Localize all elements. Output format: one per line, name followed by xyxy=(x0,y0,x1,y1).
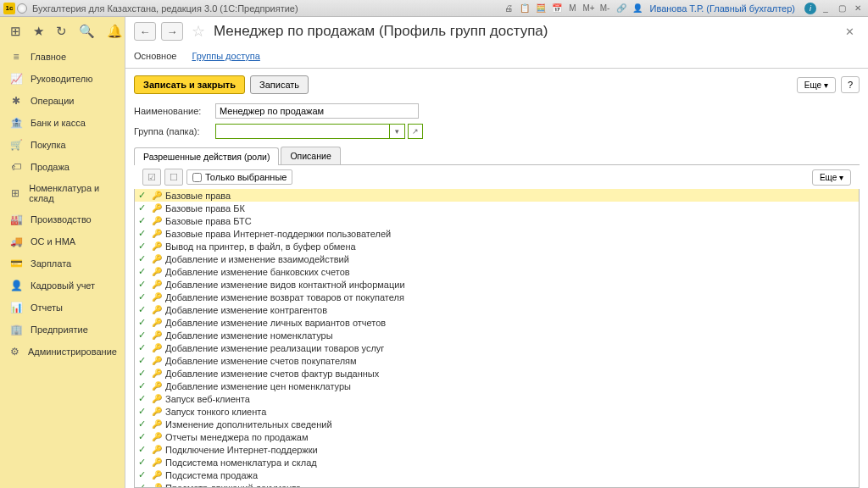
role-row[interactable]: ✓🔑Добавление изменение реализации товаро… xyxy=(135,341,859,354)
bell-icon[interactable]: 🔔 xyxy=(107,24,123,39)
role-row[interactable]: ✓🔑Отчеты менеджера по продажам xyxy=(135,430,859,443)
tool-icon[interactable]: 📋 xyxy=(518,3,531,14)
key-icon: 🔑 xyxy=(152,343,162,352)
role-name: Добавление изменение счетов покупателям xyxy=(165,356,357,366)
key-icon: 🔑 xyxy=(152,254,162,263)
save-and-close-button[interactable]: Записать и закрыть xyxy=(134,75,245,94)
role-name: Добавление изменение счетов фактур выдан… xyxy=(165,369,379,379)
role-row[interactable]: ✓🔑Подсистема номенклатура и склад xyxy=(135,456,859,469)
key-icon: 🔑 xyxy=(152,318,162,327)
tab-groups[interactable]: Группы доступа xyxy=(192,46,259,68)
role-row[interactable]: ✓🔑Добавление изменение номенклатуры xyxy=(135,329,859,341)
more-button[interactable]: Еще ▾ xyxy=(797,77,836,93)
group-input[interactable] xyxy=(215,124,390,139)
group-open-icon[interactable]: ↗ xyxy=(408,124,423,139)
save-button[interactable]: Записать xyxy=(250,75,309,94)
uncheck-all-button[interactable]: ☐ xyxy=(164,169,183,186)
role-row[interactable]: ✓🔑Добавление изменение банковских счетов xyxy=(135,265,859,278)
sidebar-toolbar: ⊞ ★ ↻ 🔍 🔔 xyxy=(0,17,125,46)
roles-more-button[interactable]: Еще ▾ xyxy=(812,169,851,186)
print-icon[interactable]: 🖨 xyxy=(502,3,515,14)
role-row[interactable]: ✓🔑Просмотр движений документа xyxy=(135,481,859,488)
check-icon: ✓ xyxy=(138,380,148,391)
role-row[interactable]: ✓🔑Добавление изменение цен номенклатуры xyxy=(135,380,859,392)
name-input[interactable] xyxy=(215,103,419,119)
role-row[interactable]: ✓🔑Добавление изменение видов контактной … xyxy=(135,278,859,291)
role-row[interactable]: ✓🔑Добавление изменение счетов покупателя… xyxy=(135,354,859,367)
sidebar-item-12[interactable]: 🏢Предприятие xyxy=(0,319,125,341)
role-row[interactable]: ✓🔑Базовые права xyxy=(135,189,859,202)
role-row[interactable]: ✓🔑Подсистема продажа xyxy=(135,469,859,481)
tab-main[interactable]: Основное xyxy=(134,46,176,68)
sidebar-item-13[interactable]: ⚙Администрирование xyxy=(0,341,125,363)
check-icon: ✓ xyxy=(138,406,148,417)
maximize-icon[interactable]: ▢ xyxy=(835,3,849,14)
dropdown-icon[interactable] xyxy=(17,3,27,14)
role-row[interactable]: ✓🔑Добавление и изменение взаимодействий xyxy=(135,252,859,265)
role-row[interactable]: ✓🔑Изменение дополнительных сведений xyxy=(135,418,859,430)
role-row[interactable]: ✓🔑Добавление изменение счетов фактур выд… xyxy=(135,367,859,380)
forward-button[interactable]: → xyxy=(161,22,183,41)
m-minus-icon[interactable]: M- xyxy=(598,3,612,14)
role-name: Вывод на принтер, в файл, в буфер обмена xyxy=(165,241,356,252)
role-row[interactable]: ✓🔑Базовые права Интернет-поддержки польз… xyxy=(135,227,859,240)
role-row[interactable]: ✓🔑Базовые права БК xyxy=(135,202,859,214)
key-icon: 🔑 xyxy=(152,241,162,251)
m-plus-icon[interactable]: M+ xyxy=(582,3,596,14)
minimize-icon[interactable]: _ xyxy=(819,3,832,14)
info-icon[interactable]: i xyxy=(804,3,816,14)
sidebar-item-7[interactable]: 🏭Производство xyxy=(0,208,125,230)
favorite-icon[interactable]: ☆ xyxy=(192,22,205,41)
role-row[interactable]: ✓🔑Добавление изменение возврат товаров о… xyxy=(135,291,859,303)
sidebar-item-6[interactable]: ⊞Номенклатура и склад xyxy=(0,178,125,208)
close-page-icon[interactable]: ✕ xyxy=(840,24,860,40)
sidebar-item-4[interactable]: 🛒Покупка xyxy=(0,134,125,156)
role-row[interactable]: ✓🔑Добавление изменение личных вариантов … xyxy=(135,316,859,329)
check-icon: ✓ xyxy=(138,228,148,239)
role-row[interactable]: ✓🔑Базовые права БТС xyxy=(135,214,859,227)
role-row[interactable]: ✓🔑Подключение Интернет-поддержки xyxy=(135,443,859,456)
sidebar-item-1[interactable]: 📈Руководителю xyxy=(0,68,125,90)
sidebar-icon: ⚙ xyxy=(10,346,19,358)
only-selected-input[interactable] xyxy=(192,173,202,182)
search-icon[interactable]: 🔍 xyxy=(79,24,95,39)
close-window-icon[interactable]: ✕ xyxy=(851,3,865,14)
role-name: Запуск веб-клиента xyxy=(165,394,250,404)
sidebar-item-9[interactable]: 💳Зарплата xyxy=(0,252,125,274)
calendar-icon[interactable]: 📅 xyxy=(550,3,564,14)
role-name: Отчеты менеджера по продажам xyxy=(165,432,309,442)
help-button[interactable]: ? xyxy=(841,76,860,93)
sidebar-item-2[interactable]: ✱Операции xyxy=(0,90,125,112)
sidebar-item-3[interactable]: 🏦Банк и касса xyxy=(0,112,125,134)
history-icon[interactable]: ↻ xyxy=(56,24,67,39)
sidebar-item-label: Продажа xyxy=(31,162,70,172)
sidebar-item-11[interactable]: 📊Отчеты xyxy=(0,297,125,319)
role-row[interactable]: ✓🔑Запуск тонкого клиента xyxy=(135,405,859,418)
role-name: Добавление изменение реализации товаров … xyxy=(165,343,384,353)
sidebar-item-0[interactable]: ≡Главное xyxy=(0,46,125,68)
tab-roles[interactable]: Разрешенные действия (роли) xyxy=(134,147,279,165)
check-all-button[interactable]: ☑ xyxy=(142,169,161,186)
role-name: Добавление и изменение взаимодействий xyxy=(165,254,349,264)
role-row[interactable]: ✓🔑Запуск веб-клиента xyxy=(135,392,859,405)
key-icon: 🔑 xyxy=(152,330,162,340)
tab-description[interactable]: Описание xyxy=(281,147,340,164)
star-icon[interactable]: ★ xyxy=(33,24,44,39)
current-user[interactable]: Иванова Т.Р. (Главный бухгалтер) xyxy=(650,3,796,14)
key-icon: 🔑 xyxy=(152,369,162,378)
apps-icon[interactable]: ⊞ xyxy=(10,24,21,39)
role-name: Запуск тонкого клиента xyxy=(165,407,266,417)
sidebar-item-8[interactable]: 🚚ОС и НМА xyxy=(0,230,125,252)
only-selected-checkbox[interactable]: Только выбранные xyxy=(186,169,292,185)
group-dropdown-icon[interactable]: ▾ xyxy=(390,124,405,139)
m-icon[interactable]: M xyxy=(566,3,580,14)
back-button[interactable]: ← xyxy=(134,22,156,41)
link-icon[interactable]: 🔗 xyxy=(615,3,628,14)
role-row[interactable]: ✓🔑Вывод на принтер, в файл, в буфер обме… xyxy=(135,240,859,252)
roles-list[interactable]: ✓🔑Базовые права✓🔑Базовые права БК✓🔑Базов… xyxy=(134,189,860,488)
role-row[interactable]: ✓🔑Добавление изменение контрагентов xyxy=(135,303,859,316)
sidebar-item-10[interactable]: 👤Кадровый учет xyxy=(0,274,125,297)
calc-icon[interactable]: 🧮 xyxy=(534,3,548,14)
check-icon: ✓ xyxy=(138,393,148,404)
sidebar-item-5[interactable]: 🏷Продажа xyxy=(0,156,125,178)
